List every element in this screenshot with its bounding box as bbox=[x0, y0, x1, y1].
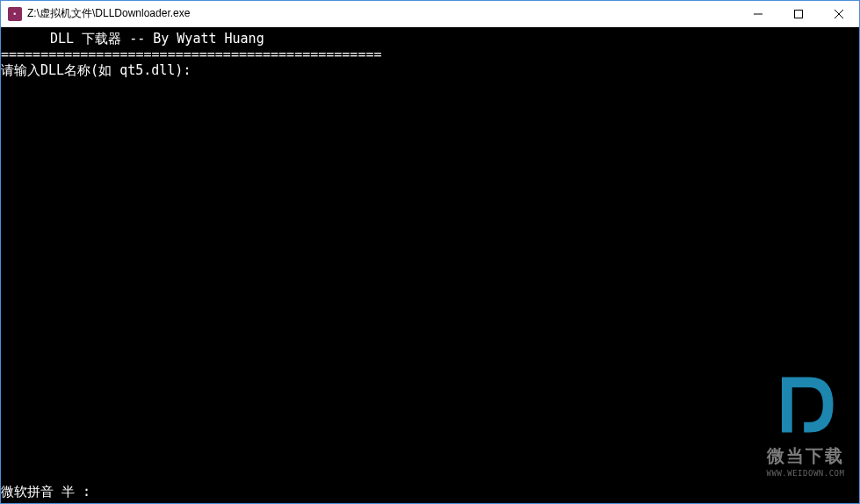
titlebar[interactable]: ▪ Z:\虚拟机文件\DLLDownloader.exe bbox=[1, 1, 859, 27]
watermark-logo-icon bbox=[766, 365, 845, 444]
console-header: DLL 下载器 -- By Wyatt Huang bbox=[1, 31, 859, 47]
window-title: Z:\虚拟机文件\DLLDownloader.exe bbox=[27, 6, 738, 21]
app-icon: ▪ bbox=[8, 7, 22, 21]
maximize-button[interactable] bbox=[778, 1, 819, 26]
close-icon bbox=[835, 10, 843, 18]
watermark-title: 微当下载 bbox=[766, 448, 845, 464]
console-area[interactable]: DLL 下载器 -- By Wyatt Huang ==============… bbox=[1, 27, 859, 503]
app-window: ▪ Z:\虚拟机文件\DLLDownloader.exe DLL 下载器 -- … bbox=[0, 0, 860, 504]
close-button[interactable] bbox=[819, 1, 859, 26]
console-separator: ========================================… bbox=[1, 47, 859, 62]
minimize-icon bbox=[754, 10, 762, 18]
watermark-url: WWW.WEIDOWN.COM bbox=[766, 465, 845, 481]
svg-rect-1 bbox=[795, 10, 803, 18]
maximize-icon bbox=[794, 10, 803, 18]
watermark: 微当下载 WWW.WEIDOWN.COM bbox=[766, 365, 845, 481]
window-controls bbox=[738, 1, 859, 26]
minimize-button[interactable] bbox=[738, 1, 778, 26]
ime-status-bar: 微软拼音 半 : bbox=[1, 484, 90, 500]
console-prompt: 请输入DLL名称(如 qt5.dll): bbox=[1, 62, 859, 78]
